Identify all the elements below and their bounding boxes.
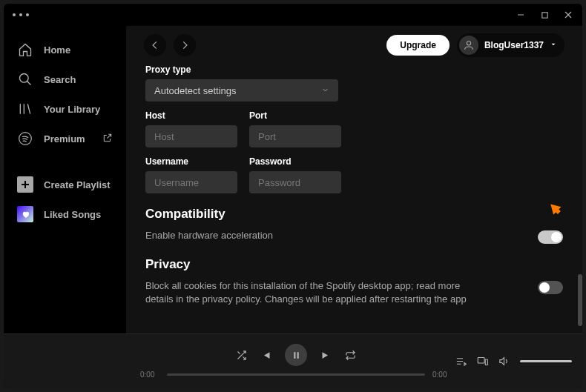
- password-label: Password: [249, 156, 341, 167]
- volume-button[interactable]: [498, 356, 510, 367]
- username-label: BlogUser1337: [484, 40, 544, 50]
- user-menu[interactable]: BlogUser1337: [457, 33, 564, 57]
- svg-point-1: [20, 74, 29, 83]
- upgrade-button[interactable]: Upgrade: [386, 35, 450, 56]
- previous-button[interactable]: [260, 350, 271, 361]
- maximize-button[interactable]: [539, 10, 550, 20]
- titlebar: [4, 4, 582, 26]
- sidebar-item-home[interactable]: Home: [10, 36, 120, 63]
- minimize-button[interactable]: [516, 10, 526, 20]
- hw-accel-label: Enable hardware acceleration: [145, 229, 273, 242]
- sidebar-label: Your Library: [44, 104, 100, 115]
- devices-button[interactable]: [477, 356, 488, 367]
- volume-slider[interactable]: [520, 360, 572, 362]
- player-bar: 0:00 0:00: [4, 333, 582, 388]
- username-input[interactable]: [145, 171, 237, 193]
- avatar-icon: [459, 36, 478, 55]
- host-input[interactable]: [145, 125, 237, 147]
- svg-rect-5: [297, 352, 298, 359]
- play-pause-button[interactable]: [285, 344, 307, 366]
- sidebar-label: Create Playlist: [44, 179, 111, 190]
- progress-bar[interactable]: [167, 373, 425, 376]
- hw-accel-toggle[interactable]: [538, 230, 563, 244]
- svg-rect-0: [541, 12, 547, 17]
- select-value: Autodetect settings: [154, 85, 237, 96]
- cookies-label: Block all cookies for this installation …: [145, 279, 479, 306]
- external-link-icon: [102, 133, 113, 145]
- home-icon: [17, 41, 33, 58]
- svg-rect-6: [478, 358, 484, 364]
- password-input[interactable]: [249, 171, 341, 193]
- sidebar-label: Premium: [44, 133, 85, 144]
- sidebar: Home Search Your Library Premium Create …: [4, 26, 126, 333]
- chevron-down-icon: [550, 40, 557, 50]
- proxy-type-select[interactable]: Autodetect settings: [145, 79, 338, 102]
- app-menu-icon[interactable]: [13, 13, 29, 16]
- proxy-type-label: Proxy type: [145, 64, 563, 75]
- close-button[interactable]: [563, 10, 573, 20]
- queue-button[interactable]: [455, 356, 467, 367]
- nav-forward-button[interactable]: [174, 34, 196, 56]
- topbar: Upgrade BlogUser1337: [126, 26, 582, 64]
- heart-icon: [17, 206, 33, 222]
- compatibility-heading: Compatibility: [145, 207, 563, 222]
- sidebar-item-create-playlist[interactable]: Create Playlist: [10, 171, 120, 198]
- plus-icon: [17, 176, 33, 193]
- svg-rect-7: [485, 359, 487, 365]
- sidebar-item-library[interactable]: Your Library: [10, 96, 120, 122]
- port-input[interactable]: [249, 125, 341, 147]
- privacy-heading: Privacy: [145, 257, 563, 272]
- time-current: 0:00: [140, 371, 159, 379]
- username-label: Username: [145, 156, 237, 167]
- sidebar-item-search[interactable]: Search: [10, 66, 120, 93]
- host-label: Host: [145, 110, 237, 121]
- cookies-toggle[interactable]: [538, 281, 563, 294]
- scrollbar[interactable]: [578, 274, 582, 326]
- search-icon: [17, 71, 33, 87]
- next-button[interactable]: [320, 350, 332, 361]
- settings-content: Proxy type Autodetect settings Host Port: [126, 64, 582, 333]
- sidebar-item-liked-songs[interactable]: Liked Songs: [10, 201, 120, 227]
- sidebar-label: Home: [44, 44, 70, 56]
- spotify-icon: [17, 130, 33, 147]
- svg-rect-4: [294, 352, 295, 359]
- sidebar-item-premium[interactable]: Premium: [10, 125, 120, 152]
- sidebar-label: Search: [44, 74, 76, 85]
- main-panel: Upgrade BlogUser1337 Proxy type Autodete…: [126, 26, 582, 333]
- port-label: Port: [249, 110, 341, 121]
- library-icon: [17, 101, 33, 117]
- time-total: 0:00: [432, 371, 452, 379]
- svg-point-3: [467, 41, 470, 45]
- nav-back-button[interactable]: [144, 34, 166, 56]
- repeat-button[interactable]: [345, 350, 356, 361]
- shuffle-button[interactable]: [236, 350, 247, 361]
- sidebar-label: Liked Songs: [44, 209, 101, 220]
- chevron-down-icon: [321, 85, 329, 96]
